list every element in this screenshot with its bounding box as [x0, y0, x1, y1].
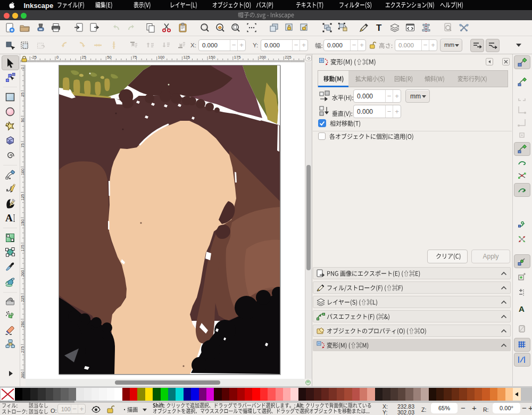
svg-text:-25: -25 — [31, 55, 37, 60]
svg-text:A: A — [519, 304, 525, 313]
svg-text:200: 200 — [20, 270, 25, 277]
svg-text:300: 300 — [20, 371, 25, 378]
svg-text:50: 50 — [20, 118, 25, 122]
svg-text:0: 0 — [56, 55, 59, 60]
svg-text:150: 150 — [209, 55, 215, 60]
svg-text:225: 225 — [20, 295, 25, 302]
svg-text:250: 250 — [20, 321, 25, 328]
svg-text:0: 0 — [20, 67, 25, 69]
svg-text:25: 25 — [20, 93, 25, 97]
svg-text:75: 75 — [132, 55, 137, 60]
svg-text:275: 275 — [20, 346, 25, 353]
svg-text:100: 100 — [20, 169, 25, 176]
svg-text:150: 150 — [20, 219, 25, 226]
svg-text:175: 175 — [20, 245, 25, 252]
svg-text:100: 100 — [158, 55, 165, 60]
svg-text:25: 25 — [82, 55, 86, 60]
svg-text:200: 200 — [260, 55, 267, 60]
svg-text:125: 125 — [20, 194, 25, 201]
svg-text:175: 175 — [234, 55, 241, 60]
svg-text:A: A — [5, 213, 13, 223]
svg-text:75: 75 — [20, 143, 25, 147]
svg-text:225: 225 — [285, 55, 292, 60]
svg-text:125: 125 — [183, 55, 190, 60]
svg-text:50: 50 — [107, 55, 111, 60]
